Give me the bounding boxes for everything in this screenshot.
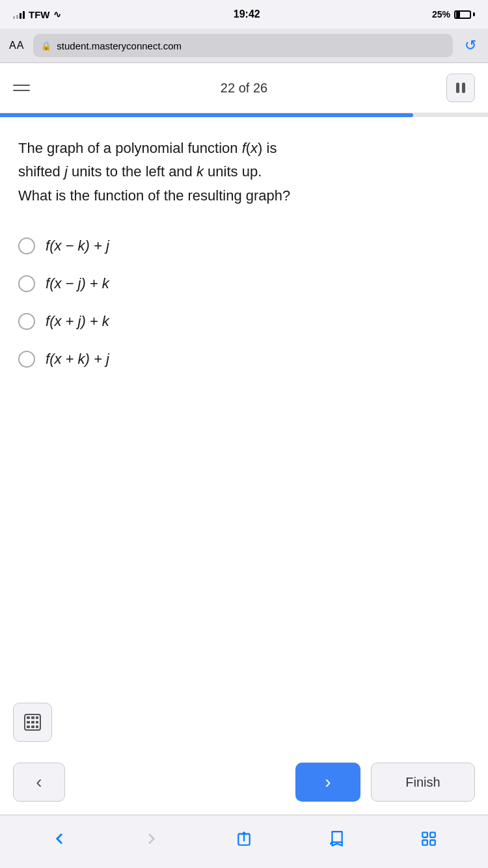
safari-tabs-icon [420,830,437,847]
back-button[interactable]: ‹ [13,763,65,802]
radio-c[interactable] [18,313,35,330]
hamburger-line-2 [13,90,30,91]
battery-pct-label: 25% [432,9,450,20]
signal-icon [13,10,25,19]
carrier-label: TFW [29,9,49,20]
lock-icon: 🔒 [41,41,51,51]
svg-rect-7 [27,726,30,728]
nav-buttons: ‹ › Finish [0,752,488,815]
safari-share-button[interactable] [230,824,258,853]
quiz-header: 22 of 26 [0,63,488,113]
question-area: The graph of a polynomial function f(x) … [0,117,488,692]
question-text: The graph of a polynomial function f(x) … [18,137,470,208]
calculator-icon [23,713,42,731]
main-content: 22 of 26 The graph of a polynomial funct… [0,63,488,815]
svg-rect-12 [422,840,427,845]
radio-a[interactable] [18,237,35,254]
svg-rect-8 [31,726,34,728]
safari-share-icon [236,830,252,847]
option-c-text: f(x + j) + k [46,313,109,330]
svg-rect-11 [430,832,435,837]
battery-icon [454,10,475,19]
wifi-icon: ∿ [53,9,61,20]
pause-button[interactable] [446,74,475,102]
url-bar[interactable]: 🔒 student.masteryconnect.com [33,34,453,57]
safari-bookmarks-icon [328,830,345,847]
finish-label: Finish [405,775,440,790]
progress-label: 22 of 26 [221,81,267,96]
svg-rect-9 [36,726,38,728]
answer-choices: f(x − k) + j f(x − j) + k f(x + j) + k [18,227,470,378]
svg-rect-13 [430,840,435,845]
option-d[interactable]: f(x + k) + j [18,340,470,378]
refresh-button[interactable]: ↺ [462,34,479,57]
svg-rect-5 [31,721,34,724]
option-b[interactable]: f(x − j) + k [18,265,470,303]
status-bar: TFW ∿ 19:42 25% [0,0,488,29]
option-b-text: f(x − j) + k [46,275,109,292]
calculator-button[interactable] [13,703,52,742]
pause-bar-2 [462,83,465,93]
radio-b[interactable] [18,275,35,292]
svg-rect-3 [36,716,38,719]
safari-back-button[interactable] [45,824,74,853]
next-button[interactable]: › [295,763,360,802]
option-d-text: f(x + k) + j [46,351,109,368]
pause-bar-1 [456,83,459,93]
calculator-area [0,692,488,752]
safari-bookmarks-button[interactable] [322,824,351,853]
safari-bottom-bar [0,815,488,868]
svg-rect-1 [27,716,30,719]
option-c[interactable]: f(x + j) + k [18,303,470,340]
safari-back-icon [51,830,68,847]
safari-forward-button[interactable] [137,824,166,853]
progress-bar-container [0,113,488,117]
safari-tabs-button[interactable] [414,824,443,853]
font-size-control[interactable]: AA [9,40,24,51]
svg-rect-10 [422,832,427,837]
safari-forward-icon [143,830,160,847]
next-icon: › [325,772,331,793]
svg-rect-2 [31,716,34,719]
option-a[interactable]: f(x − k) + j [18,227,470,265]
back-icon: ‹ [36,772,42,793]
finish-button[interactable]: Finish [371,763,475,802]
url-text: student.masteryconnect.com [57,40,182,51]
hamburger-menu-button[interactable] [13,74,42,102]
svg-rect-6 [36,721,38,724]
svg-rect-4 [27,721,30,724]
browser-bar: AA 🔒 student.masteryconnect.com ↺ [0,29,488,62]
status-right: 25% [432,9,475,20]
radio-d[interactable] [18,351,35,368]
status-left: TFW ∿ [13,9,61,20]
hamburger-line-1 [13,85,30,86]
progress-bar-fill [0,113,413,117]
time-display: 19:42 [234,8,260,20]
option-a-text: f(x − k) + j [46,237,109,254]
